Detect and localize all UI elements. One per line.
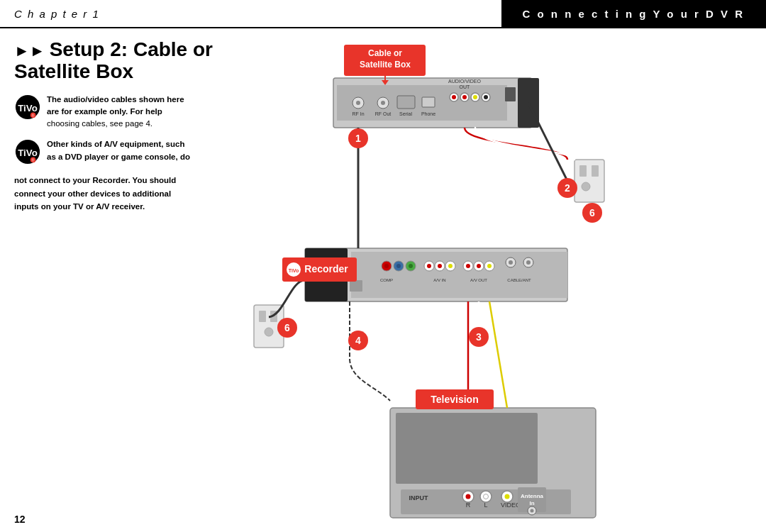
svg-rect-15: [397, 96, 415, 109]
svg-point-22: [473, 95, 477, 99]
svg-text:®: ®: [32, 113, 35, 118]
svg-rect-16: [422, 97, 435, 107]
svg-text:6: 6: [589, 207, 595, 218]
svg-point-74: [484, 494, 489, 499]
svg-rect-87: [259, 311, 266, 322]
svg-text:VIDEO: VIDEO: [501, 501, 521, 509]
svg-text:2: 2: [565, 182, 570, 194]
svg-text:Television: Television: [431, 394, 478, 405]
tip-block-2: TiVo ® Other kinds of A/V equipment, suc…: [14, 138, 223, 165]
svg-text:TiVo: TiVo: [18, 148, 38, 158]
svg-text:Satellite Box: Satellite Box: [360, 60, 411, 70]
svg-text:3: 3: [476, 331, 482, 343]
left-panel: ►► Setup 2: Cable or Satellite Box TiVo …: [14, 39, 234, 521]
svg-point-50: [477, 264, 481, 268]
page-content: ►► Setup 2: Cable or Satellite Box TiVo …: [0, 28, 766, 532]
svg-text:CABLE/ANT: CABLE/ANT: [507, 278, 531, 282]
svg-point-12: [356, 101, 360, 105]
svg-point-76: [505, 494, 510, 499]
svg-text:INPUT: INPUT: [409, 494, 429, 501]
tip1-line3: choosing cables, see page 4.: [47, 119, 152, 128]
svg-point-48: [466, 264, 470, 268]
svg-point-38: [396, 264, 401, 268]
tip-text-2: Other kinds of A/V equipment, such as a …: [47, 138, 190, 163]
svg-point-72: [466, 494, 471, 499]
page-header: C h a p t e r 1 C o n n e c t i n g Y o …: [0, 0, 766, 28]
page-main-title: ►► Setup 2: Cable or Satellite Box: [14, 39, 223, 83]
svg-point-40: [409, 264, 413, 268]
svg-text:COMP: COMP: [380, 278, 393, 282]
svg-text:6: 6: [284, 322, 290, 333]
chapter-label: C h a p t e r 1: [0, 8, 501, 20]
svg-text:Cable or: Cable or: [368, 48, 402, 58]
svg-text:Serial: Serial: [399, 111, 412, 116]
svg-text:AUDIO/VIDEO: AUDIO/VIDEO: [448, 79, 481, 84]
svg-text:In: In: [529, 500, 534, 506]
svg-rect-65: [396, 413, 538, 484]
svg-rect-34: [351, 252, 567, 298]
svg-text:®: ®: [32, 159, 35, 163]
svg-point-14: [381, 101, 385, 105]
connecting-dvr-title: C o n n e c t i n g Y o u r D V R: [501, 0, 766, 28]
svg-point-81: [531, 509, 534, 513]
svg-point-54: [509, 260, 513, 265]
svg-rect-31: [505, 87, 516, 101]
svg-text:Recorder: Recorder: [304, 263, 348, 275]
svg-point-24: [484, 95, 488, 99]
arrow-icon: ►►: [14, 42, 50, 60]
svg-point-89: [265, 328, 273, 336]
tip-block-1: TiVo ® The audio/video cables shown here…: [14, 94, 223, 131]
svg-point-56: [526, 260, 531, 265]
main-diagram-svg: AUDIO/VIDEO OUT RF In RF Out Serial Phon…: [234, 39, 653, 532]
tivo-logo-2: TiVo ®: [14, 138, 41, 165]
svg-text:RF In: RF In: [352, 111, 364, 116]
tip-text-1: The audio/video cables shown here are fo…: [47, 94, 184, 131]
svg-text:Antenna: Antenna: [521, 493, 544, 499]
svg-text:4: 4: [355, 335, 361, 346]
svg-rect-63: [350, 280, 362, 292]
svg-point-85: [582, 182, 590, 191]
page-number: 12: [14, 514, 26, 525]
svg-point-44: [438, 264, 442, 268]
diagram-panel: AUDIO/VIDEO OUT RF In RF Out Serial Phon…: [234, 39, 752, 521]
svg-text:RF Out: RF Out: [375, 111, 392, 116]
svg-point-36: [384, 264, 389, 268]
svg-rect-82: [574, 160, 604, 202]
svg-point-18: [452, 95, 456, 99]
svg-point-42: [427, 264, 431, 268]
svg-text:A/V OUT: A/V OUT: [470, 278, 487, 282]
svg-text:TiVo: TiVo: [18, 102, 38, 113]
svg-point-52: [487, 264, 492, 268]
tivo-logo-1: TiVo ®: [14, 94, 41, 121]
svg-rect-83: [579, 165, 587, 177]
svg-text:Phone: Phone: [421, 111, 435, 116]
svg-point-46: [448, 264, 453, 268]
svg-text:1: 1: [355, 133, 361, 144]
tip2-continued: not connect to your Recorder. You should…: [14, 174, 223, 213]
svg-point-20: [462, 95, 467, 99]
svg-rect-84: [592, 165, 599, 177]
svg-text:TiVo: TiVo: [289, 268, 299, 273]
svg-text:OUT: OUT: [460, 84, 471, 89]
svg-text:A/V IN: A/V IN: [433, 278, 445, 282]
